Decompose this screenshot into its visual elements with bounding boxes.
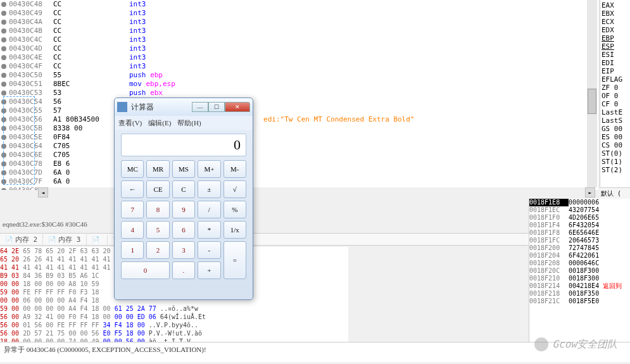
disasm-row[interactable]: 00430C5557push edi: [0, 106, 598, 115]
stack-row[interactable]: 0018F2180018F350: [529, 290, 630, 298]
maximize-button[interactable]: ☐: [208, 102, 225, 112]
calc-add[interactable]: +: [198, 261, 220, 279]
scroll-right-icon[interactable]: ►: [585, 187, 595, 198]
calc-4[interactable]: 4: [121, 221, 144, 239]
register-row[interactable]: ECX: [602, 18, 629, 26]
calc-0[interactable]: 0: [121, 261, 170, 279]
stack-pane[interactable]: 0018F1E8000000060018F1EC432077540018F1F0…: [529, 199, 630, 342]
calc-2[interactable]: 2: [146, 241, 169, 259]
close-button[interactable]: ✕: [225, 102, 250, 112]
registers-pane[interactable]: EAXEBXECXEDXEBPESPESIEDIEIPEFLAGZF 0OF 0…: [600, 0, 630, 196]
disasm-row[interactable]: 00430C518BECmov ebp,esp: [0, 80, 598, 89]
register-row[interactable]: EDI: [602, 59, 629, 67]
calc-menu-item[interactable]: 帮助(H): [177, 118, 201, 128]
calc-mul[interactable]: *: [198, 221, 220, 239]
calc-titlebar[interactable]: 计算器 — ☐ ✕: [115, 98, 253, 116]
disasm-row[interactable]: 00430C5353push ebx: [0, 89, 598, 97]
stack-row[interactable]: 0018F21C0018F5E0: [529, 298, 630, 305]
calc-mc[interactable]: MC: [121, 160, 144, 178]
calc-3[interactable]: 3: [172, 241, 195, 259]
stack-row[interactable]: 0018F1FC20646573: [529, 237, 630, 244]
disasm-row[interactable]: 00430C5E0F84: [0, 133, 598, 142]
tab-内存 3[interactable]: 📄内存 3: [43, 233, 86, 246]
disassembly-pane[interactable]: 00430C48CCint3 00430C49CCint3 00430C4ACC…: [0, 0, 598, 190]
disasm-row[interactable]: 00430C6EC705 ds:[45B37C],1: [0, 151, 598, 160]
disasm-row[interactable]: 00430C49CCint3: [0, 9, 598, 18]
tab-mem[interactable]: 📄: [87, 234, 108, 245]
stack-row[interactable]: 0018F2100018F300: [529, 275, 630, 282]
register-row[interactable]: EAX: [602, 1, 629, 9]
register-row[interactable]: ST(2): [602, 166, 629, 174]
disasm-row[interactable]: 00430C5456push esi: [0, 97, 598, 106]
register-row[interactable]: CF 0: [602, 100, 629, 108]
calc-menu-item[interactable]: 查看(V): [118, 118, 142, 128]
stack-row[interactable]: 0018F1EC43207754: [529, 206, 630, 214]
calc-ce[interactable]: CE: [146, 180, 169, 198]
calc-ms[interactable]: MS: [172, 160, 195, 178]
register-row[interactable]: EFLAG: [602, 75, 629, 84]
register-row[interactable]: ESI: [602, 51, 629, 59]
hex-row[interactable]: 18 00 00 00 00 00 74 00 49 00 00 56 00àõ…: [0, 337, 348, 342]
stack-row[interactable]: 0018F1E800000006: [529, 199, 630, 206]
disasm-row[interactable]: 00430C4BCCint3: [0, 27, 598, 35]
disasm-row[interactable]: 00430C4ECCint3: [0, 53, 598, 62]
scroll-left-icon[interactable]: ◄: [38, 187, 48, 198]
disasm-row[interactable]: 00430C4CCCint3: [0, 35, 598, 44]
disasm-row[interactable]: 00430C78E8 6 C70: [0, 160, 598, 168]
calc-back[interactable]: ←: [121, 180, 144, 198]
stack-row[interactable]: 0018F20C0018F300: [529, 267, 630, 275]
disasm-row[interactable]: 00430C5055push ebp: [0, 71, 598, 80]
register-row[interactable]: EIP: [602, 67, 629, 75]
disasm-row[interactable]: 00430C48CCint3: [0, 0, 598, 9]
calc-7[interactable]: 7: [121, 201, 144, 218]
stack-row[interactable]: 0018F1F46F432054: [529, 222, 630, 229]
stack-row[interactable]: 0018F1F86E65646E: [529, 229, 630, 237]
calc-menu[interactable]: 查看(V)编辑(E)帮助(H): [115, 116, 253, 130]
register-row[interactable]: EDX: [602, 26, 629, 34]
calc-sqrt[interactable]: √: [224, 180, 246, 198]
register-row[interactable]: GS 00: [602, 125, 629, 133]
calc-6[interactable]: 6: [172, 221, 195, 239]
calc-mplus[interactable]: M+: [198, 160, 220, 178]
register-row[interactable]: EBX: [602, 9, 629, 18]
calc-sub[interactable]: -: [198, 241, 220, 259]
tab-内存 2[interactable]: 📄内存 2: [0, 233, 43, 246]
disasm-row[interactable]: 00430C4ACCint3: [0, 18, 598, 27]
calc-eq[interactable]: =: [224, 241, 246, 279]
calc-mminus[interactable]: M-: [224, 160, 246, 178]
stack-row[interactable]: 0018F20072747845: [529, 244, 630, 252]
calc-pct[interactable]: %: [224, 201, 246, 218]
disasm-row[interactable]: 00430C64C705 ds:[45B370],0: [0, 142, 598, 151]
register-row[interactable]: LastE: [602, 108, 629, 116]
calc-9[interactable]: 9: [172, 201, 195, 218]
calc-8[interactable]: 8: [146, 201, 169, 218]
disasm-row[interactable]: 00430C7D6A 0: [0, 168, 598, 177]
hex-row[interactable]: 59 00 00 00 00 00 A4 F4 18 00 61 25 2A 7…: [0, 304, 348, 313]
calc-5[interactable]: 5: [146, 221, 169, 239]
disasm-row[interactable]: 00430C5B8338 00cmp dword ptr ds:[eax],0: [0, 124, 598, 133]
calc-1[interactable]: 1: [121, 241, 144, 259]
register-row[interactable]: ZF 0: [602, 84, 629, 92]
hex-row[interactable]: 56 00 01 56 00 FE FF FF FF 34 F4 18 00..…: [0, 321, 348, 329]
hex-row[interactable]: 56 00 2D 57 21 75 00 00 56 E0 F5 18 00P.…: [0, 329, 348, 337]
disasm-row[interactable]: 00430C7F6A 0: [0, 177, 598, 186]
register-row[interactable]: ESP: [602, 42, 629, 51]
disasm-vscroll[interactable]: [587, 0, 597, 187]
calc-recip[interactable]: 1/x: [224, 221, 246, 239]
stack-row[interactable]: 0018F2046F422061: [529, 252, 630, 260]
register-row[interactable]: ST(0): [602, 149, 629, 158]
disasm-row[interactable]: 00430C4FCCint3: [0, 62, 598, 71]
calc-mr[interactable]: MR: [146, 160, 169, 178]
register-tab[interactable]: 默认 (: [600, 187, 630, 199]
calc-c[interactable]: C: [172, 180, 195, 198]
calc-dot[interactable]: .: [172, 261, 195, 279]
register-row[interactable]: ES 00: [602, 133, 629, 141]
stack-row[interactable]: 0018F214004218E4 返回到: [529, 282, 630, 290]
register-row[interactable]: OF 0: [602, 92, 629, 100]
calc-menu-item[interactable]: 编辑(E): [148, 118, 171, 128]
calculator-window[interactable]: 计算器 — ☐ ✕ 查看(V)编辑(E)帮助(H) 0 MC MR MS M+ …: [114, 97, 253, 300]
register-row[interactable]: CS 00: [602, 141, 629, 149]
register-row[interactable]: LastS: [602, 116, 629, 125]
hex-row[interactable]: 56 00 A9 32 41 00 F0 F4 18 00 00 00 ED 0…: [0, 313, 348, 321]
calc-neg[interactable]: ±: [198, 180, 220, 198]
